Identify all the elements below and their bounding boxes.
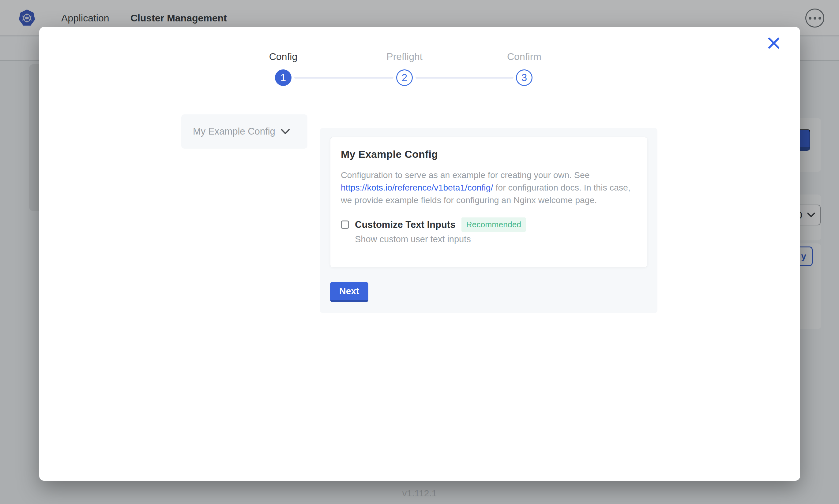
checkbox-label: Customize Text Inputs xyxy=(355,219,455,230)
checkbox-unchecked-icon[interactable] xyxy=(341,220,349,229)
recommended-badge: Recommended xyxy=(461,217,526,232)
checkbox-help-text: Show custom user text inputs xyxy=(355,234,637,244)
config-group-dropdown[interactable]: My Example Config xyxy=(181,114,307,149)
config-docs-link[interactable]: https://kots.io/reference/v1beta1/config… xyxy=(341,183,493,192)
config-group-description: Configuration to serve as an example for… xyxy=(341,169,641,206)
step-config-label: Config xyxy=(253,50,314,63)
close-icon[interactable] xyxy=(766,35,782,51)
config-group-title: My Example Config xyxy=(341,148,637,160)
next-button[interactable]: Next xyxy=(330,282,369,302)
config-form-area: My Example Config Configuration to serve… xyxy=(320,128,657,313)
step-preflight-circle[interactable]: 2 xyxy=(396,69,413,86)
step-confirm-circle[interactable]: 3 xyxy=(516,69,532,86)
config-group-dropdown-label: My Example Config xyxy=(193,126,275,137)
step-config-circle[interactable]: 1 xyxy=(275,69,291,86)
config-wizard-modal: Config 1 Preflight 2 Confirm 3 My Exampl… xyxy=(39,27,800,481)
step-config: Config 1 xyxy=(253,50,314,86)
step-preflight-label: Preflight xyxy=(374,50,435,63)
description-text-before-link: Configuration to serve as an example for… xyxy=(341,170,590,180)
config-group-card: My Example Config Configuration to serve… xyxy=(330,137,647,267)
customize-text-inputs-checkbox-row[interactable]: Customize Text Inputs Recommended xyxy=(341,217,637,232)
chevron-down-icon xyxy=(281,129,290,134)
step-preflight: Preflight 2 xyxy=(374,50,435,86)
step-confirm-label: Confirm xyxy=(494,50,555,63)
step-confirm: Confirm 3 xyxy=(494,50,555,86)
